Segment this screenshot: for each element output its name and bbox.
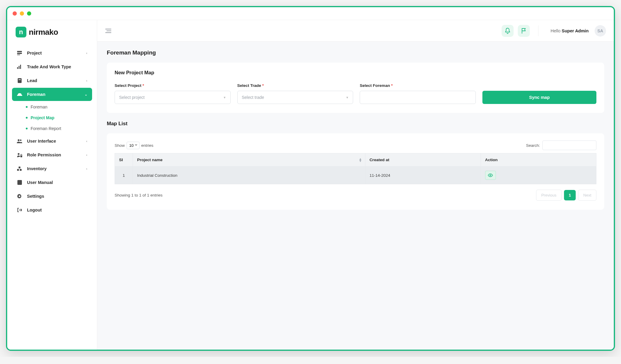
svg-point-18	[490, 175, 491, 176]
select-trade-dropdown[interactable]: Select trade ▼	[237, 91, 353, 104]
entries-label: entries	[141, 143, 154, 148]
brand-mark-icon: n	[16, 27, 26, 37]
select-foreman-field: Select Foreman *	[360, 83, 476, 104]
sort-icon: ▲▼	[359, 158, 362, 162]
show-label: Show	[115, 143, 125, 148]
svg-rect-12	[19, 167, 20, 168]
topbar: Hello Super Admin SA	[97, 20, 614, 42]
select-project-dropdown[interactable]: Select project ▼	[115, 91, 231, 104]
bell-icon	[505, 28, 510, 34]
svg-rect-4	[19, 66, 20, 69]
menu-icon	[105, 28, 112, 33]
sync-map-button[interactable]: Sync map	[482, 91, 596, 104]
table-footer: Showing 1 to 1 of 1 entries Previous 1 N…	[115, 190, 596, 201]
page-content: Foreman Mapping New Project Map Select P…	[97, 42, 614, 225]
sidebar-item-foreman[interactable]: Foreman ⌄	[12, 88, 92, 101]
sidebar: n nirmako Project ‹ Trade And Work Type …	[7, 20, 97, 350]
table-info: Showing 1 to 1 of 1 entries	[115, 193, 163, 197]
sidebar-subitem-project-map[interactable]: Project Map	[26, 112, 92, 123]
window-zoom-icon[interactable]	[27, 11, 31, 16]
sidebar-subitem-foreman[interactable]: Foreman	[26, 102, 92, 112]
sidebar-item-label: Foreman	[27, 92, 45, 97]
sidebar-item-label: Settings	[27, 194, 44, 199]
svg-rect-2	[17, 55, 20, 55]
bullet-icon	[26, 117, 28, 119]
pagination-page-1[interactable]: 1	[564, 190, 576, 200]
divider	[538, 25, 538, 36]
page-title: Foreman Mapping	[107, 49, 604, 56]
main-column: Hello Super Admin SA Foreman Mapping New…	[97, 20, 614, 350]
caret-down-icon: ▼	[223, 96, 226, 99]
sidebar-item-project[interactable]: Project ‹	[12, 46, 92, 60]
greeting-user: Super Admin	[562, 28, 589, 33]
notifications-button[interactable]	[502, 25, 514, 37]
sidebar-item-role-permission[interactable]: Role Permission ‹	[12, 148, 92, 161]
layers-icon	[17, 51, 22, 55]
sidebar-item-label: Inventory	[27, 166, 46, 171]
flag-icon	[521, 28, 526, 34]
greeting-prefix: Hello	[550, 28, 562, 33]
sidebar-subitem-label: Foreman	[31, 105, 47, 109]
svg-rect-13	[17, 169, 19, 171]
window-minimize-icon[interactable]	[20, 11, 24, 16]
primary-nav: Project ‹ Trade And Work Type Lead ‹ For…	[7, 46, 97, 217]
caret-down-icon: ▼	[346, 96, 349, 99]
logout-icon	[17, 208, 22, 212]
cell-si: 1	[115, 167, 133, 184]
cell-action	[481, 167, 596, 184]
sidebar-item-settings[interactable]: Settings	[12, 190, 92, 203]
sidebar-item-label: Lead	[27, 78, 37, 83]
sidebar-item-logout[interactable]: Logout	[12, 203, 92, 217]
chevron-left-icon: ‹	[86, 153, 87, 157]
select-project-field: Select Project * Select project ▼	[115, 83, 231, 104]
select-foreman-dropdown[interactable]	[360, 91, 476, 104]
col-si[interactable]: SI	[115, 153, 133, 167]
sidebar-item-user-interface[interactable]: User Interface ‹	[12, 135, 92, 148]
pagination-next[interactable]: Next	[578, 190, 596, 201]
user-avatar[interactable]: SA	[595, 25, 606, 37]
svg-point-10	[18, 153, 20, 155]
eye-icon	[488, 173, 493, 177]
svg-rect-14	[20, 169, 22, 171]
search-label: Search:	[526, 143, 540, 148]
window-close-icon[interactable]	[13, 11, 17, 16]
user-lock-icon	[17, 153, 22, 157]
sidebar-item-lead[interactable]: Lead ‹	[12, 74, 92, 87]
sidebar-subitem-label: Project Map	[31, 115, 54, 120]
search-input[interactable]	[542, 141, 596, 150]
table-controls: Show 10 entries Search:	[115, 141, 596, 150]
hardhat-icon	[17, 92, 22, 96]
chevron-left-icon: ‹	[86, 79, 87, 82]
chevron-down-icon: ⌄	[85, 93, 87, 96]
col-created-at[interactable]: Created at	[365, 153, 481, 167]
new-project-map-card: New Project Map Select Project * Select …	[107, 63, 604, 113]
map-list-title: Map List	[107, 121, 604, 127]
select-foreman-label: Select Foreman *	[360, 83, 476, 88]
sidebar-subitem-label: Foreman Report	[31, 126, 61, 131]
pagination-prev[interactable]: Previous	[536, 190, 562, 201]
svg-point-9	[20, 140, 22, 141]
greeting: Hello Super Admin	[550, 28, 589, 33]
brand-name: nirmako	[29, 28, 58, 37]
pagination: Previous 1 Next	[536, 190, 596, 201]
sidebar-item-user-manual[interactable]: User Manual	[12, 176, 92, 189]
chevron-left-icon: ‹	[86, 139, 87, 143]
sidebar-item-inventory[interactable]: Inventory ‹	[12, 162, 92, 175]
sidebar-item-label: Trade And Work Type	[27, 64, 71, 69]
id-card-icon	[17, 78, 22, 83]
svg-rect-3	[17, 67, 18, 69]
sidebar-subitem-foreman-report[interactable]: Foreman Report	[26, 123, 92, 134]
svg-rect-0	[17, 51, 22, 52]
chevron-left-icon: ‹	[86, 51, 87, 55]
entries-select[interactable]: 10	[127, 142, 140, 149]
book-icon	[17, 180, 22, 185]
col-project-name[interactable]: Project name▲▼	[133, 153, 365, 167]
select-project-placeholder: Select project	[119, 95, 145, 100]
view-row-button[interactable]	[485, 171, 496, 180]
brand-logo[interactable]: n nirmako	[7, 20, 97, 46]
sidebar-item-label: Role Permission	[27, 152, 61, 157]
menu-toggle-button[interactable]	[105, 28, 112, 33]
gear-icon	[17, 194, 22, 199]
flag-button[interactable]	[518, 25, 530, 37]
sidebar-item-trade[interactable]: Trade And Work Type	[12, 60, 92, 73]
